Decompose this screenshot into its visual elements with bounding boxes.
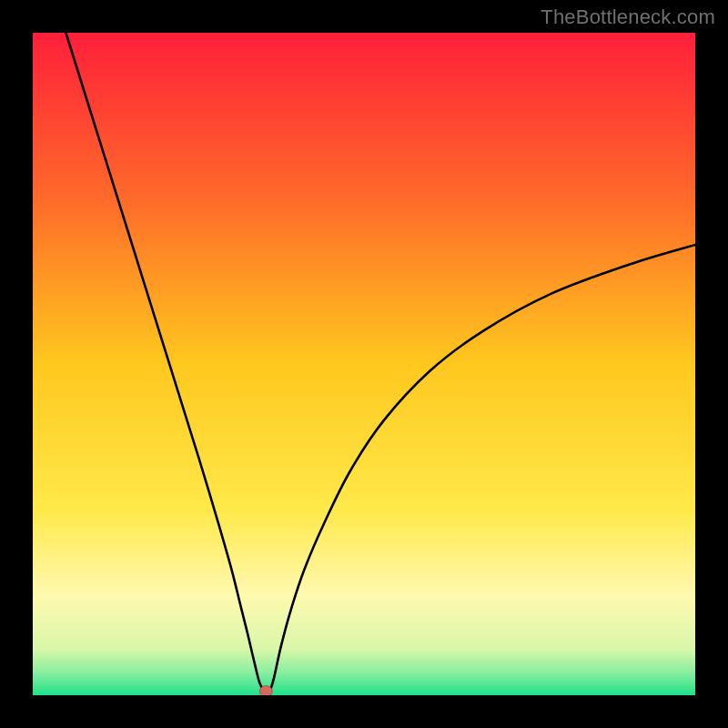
optimal-point-marker [259, 686, 272, 695]
bottleneck-chart [33, 33, 695, 695]
gradient-background [33, 33, 695, 695]
plot-area [33, 33, 695, 695]
chart-frame: TheBottleneck.com [0, 0, 728, 728]
watermark-text: TheBottleneck.com [541, 5, 715, 29]
